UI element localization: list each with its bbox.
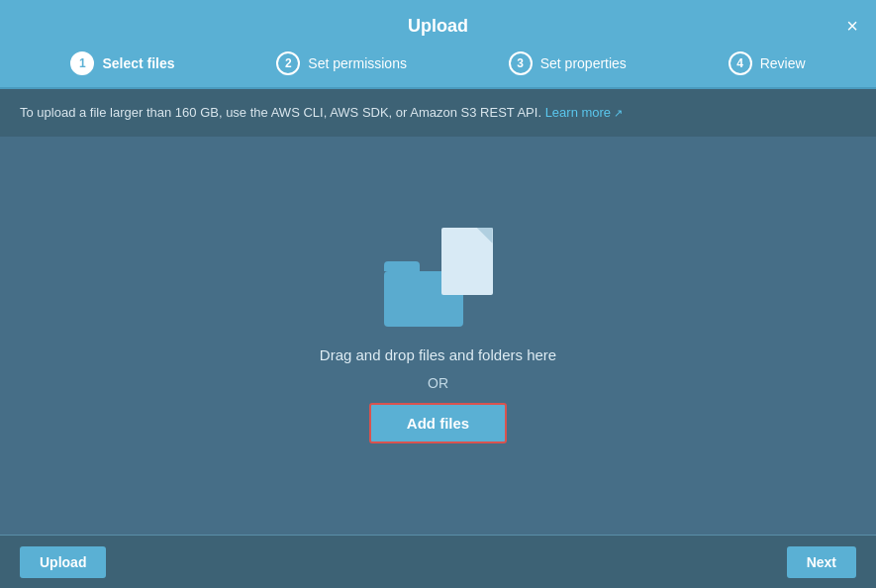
- step-3-number: 3: [509, 51, 533, 75]
- step-3[interactable]: 3 Set properties: [509, 51, 627, 75]
- step-1[interactable]: 1 Select files: [70, 51, 174, 75]
- dialog-title: Upload: [408, 16, 468, 37]
- step-4-label: Review: [760, 55, 806, 71]
- main-content: To upload a file larger than 160 GB, use…: [0, 89, 876, 535]
- step-4[interactable]: 4 Review: [729, 51, 806, 75]
- folder-tab: [384, 261, 420, 271]
- info-bar: To upload a file larger than 160 GB, use…: [0, 89, 876, 137]
- file-icon: [441, 228, 493, 295]
- or-label: OR: [428, 375, 448, 391]
- steps-bar: 1 Select files 2 Set permissions 3 Set p…: [0, 51, 876, 89]
- learn-more-link[interactable]: Learn more: [545, 105, 624, 120]
- step-2-number: 2: [276, 51, 300, 75]
- step-1-label: Select files: [102, 55, 174, 71]
- next-button[interactable]: Next: [787, 546, 856, 578]
- drop-zone[interactable]: Drag and drop files and folders here OR …: [0, 137, 876, 536]
- file-body: [441, 228, 493, 295]
- step-2-label: Set permissions: [308, 55, 407, 71]
- step-2[interactable]: 2 Set permissions: [276, 51, 407, 75]
- close-button[interactable]: ×: [846, 16, 858, 36]
- step-4-number: 4: [729, 51, 752, 75]
- info-message: To upload a file larger than 160 GB, use…: [20, 105, 545, 120]
- drag-drop-label: Drag and drop files and folders here: [320, 346, 556, 363]
- upload-button[interactable]: Upload: [20, 546, 106, 578]
- step-1-number: 1: [70, 51, 94, 75]
- title-bar: Upload ×: [0, 0, 876, 51]
- step-3-label: Set properties: [540, 55, 627, 71]
- file-folder-icon: [384, 228, 493, 327]
- add-files-button[interactable]: Add files: [369, 403, 507, 443]
- footer: Upload Next: [0, 535, 876, 588]
